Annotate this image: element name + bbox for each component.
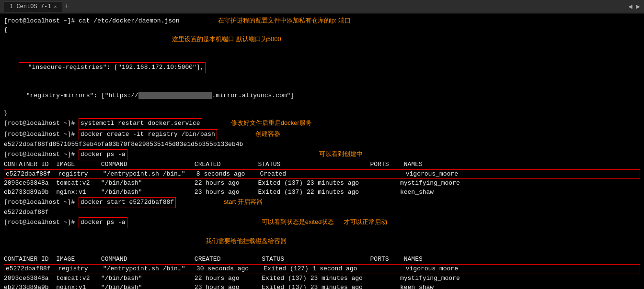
- line-docker-ps-1: [root@localhost ~]# docker ps -a 可以看到创建中: [4, 149, 640, 160]
- docker-ps2-row-2: 2093ce63848a tomcat:v2 "/bin/bash" 22 ho…: [4, 274, 640, 283]
- docker-ps-2-cmd: docker ps -a: [79, 217, 127, 228]
- nav-left-icon[interactable]: ◀: [628, 2, 632, 11]
- docker-ps-row-3: eb2733d89a9b nginx:v1 "/bin/bash" 23 hou…: [4, 188, 640, 197]
- docker-ps2-row-3: eb2733d89a9b nginx:v1 "/bin/bash" 23 hou…: [4, 283, 640, 289]
- docker-create-cmd: docker create -it registry /bin/bash: [79, 129, 217, 140]
- line-insecure-reg: "insecure-registries": ["192.168.172.10:…: [4, 53, 640, 82]
- line-registry-mirrors: "registry-mirrors": ["https:// .mirror.a…: [4, 82, 640, 110]
- tab-add-button[interactable]: +: [64, 2, 69, 11]
- terminal-tab[interactable]: 1 CentOS 7-1 ✕: [4, 1, 62, 12]
- docker-ps-row-1-highlight: e5272dbaf88f registry "/entrypoint.sh /b…: [4, 169, 640, 179]
- docker-ps2-row-1-highlight: e5272dbaf88f registry "/entrypoint.sh /b…: [4, 264, 640, 274]
- line-cat-cmd: [root@localhost ~]# cat /etc/docker/daem…: [4, 16, 640, 26]
- annotation-top1: 在守护进程的配置文件中添加私有仓库的ip: 端口: [218, 16, 351, 25]
- line-docker-ps-2: [root@localhost ~]# docker ps -a 可以看到状态是…: [4, 217, 640, 228]
- annotation-top2: 这里设置的是本机端口 默认端口为5000: [172, 35, 281, 43]
- annotation-start: start 开启容器: [224, 198, 263, 207]
- annotation-mount: 才可以正常启动: [344, 218, 387, 227]
- line-hash1: e5272dbaf88fd8571055f3eb4bfa03b70f8e2985…: [4, 140, 640, 149]
- annotation-create: 创建容器: [255, 130, 280, 139]
- nav-right-icon[interactable]: ▶: [636, 2, 640, 11]
- nav-arrows: ◀ ▶: [628, 2, 640, 11]
- annotation-created: 可以看到创建中: [319, 150, 363, 159]
- annotation-restart: 修改好文件后重启docker服务: [231, 119, 312, 128]
- docker-ps-row-2: 2093ce63848a tomcat:v2 "/bin/bash" 22 ho…: [4, 179, 640, 188]
- col-header-2: CONTAINER ID IMAGE COMMAND CREATED STATU…: [4, 255, 640, 264]
- docker-start-cmd: docker start e5272dbaf88f: [79, 197, 176, 208]
- prompt: [root@localhost ~]#: [4, 17, 79, 26]
- insecure-registries-value: "insecure-registries": ["192.168.172.10:…: [19, 62, 206, 73]
- systemctl-cmd: systemctl restart docker.service: [79, 118, 202, 129]
- cat-command: cat /etc/docker/daemon.json: [79, 17, 180, 26]
- line-hash2: e5272dbaf88f: [4, 208, 640, 217]
- line-docker-create: [root@localhost ~]# docker create -it re…: [4, 129, 640, 140]
- annotation-exited2: 我们需要给他挂载磁盘给容器: [206, 237, 287, 245]
- annotation-exited1: 可以看到状态是exited状态: [262, 218, 334, 227]
- title-bar: 1 CentOS 7-1 ✕ + ◀ ▶: [0, 0, 644, 13]
- terminal-body: [root@localhost ~]# cat /etc/docker/daem…: [0, 13, 644, 289]
- docker-ps-1-cmd: docker ps -a: [79, 149, 127, 160]
- line-brace-open: { 这里设置的是本机端口 默认端口为5000: [4, 26, 640, 54]
- line-systemctl: [root@localhost ~]# systemctl restart do…: [4, 118, 640, 129]
- tab-close-icon[interactable]: ✕: [54, 4, 57, 10]
- col-header-1: CONTATNER ID IMAGE COMMAND CREATED STATU…: [4, 160, 640, 169]
- line-docker-start: [root@localhost ~]# docker start e5272db…: [4, 197, 640, 208]
- tab-label: 1 CentOS 7-1: [10, 3, 51, 10]
- line-brace-close: }: [4, 109, 640, 118]
- annotation-line-mount: 我们需要给他挂载磁盘给容器: [4, 228, 640, 256]
